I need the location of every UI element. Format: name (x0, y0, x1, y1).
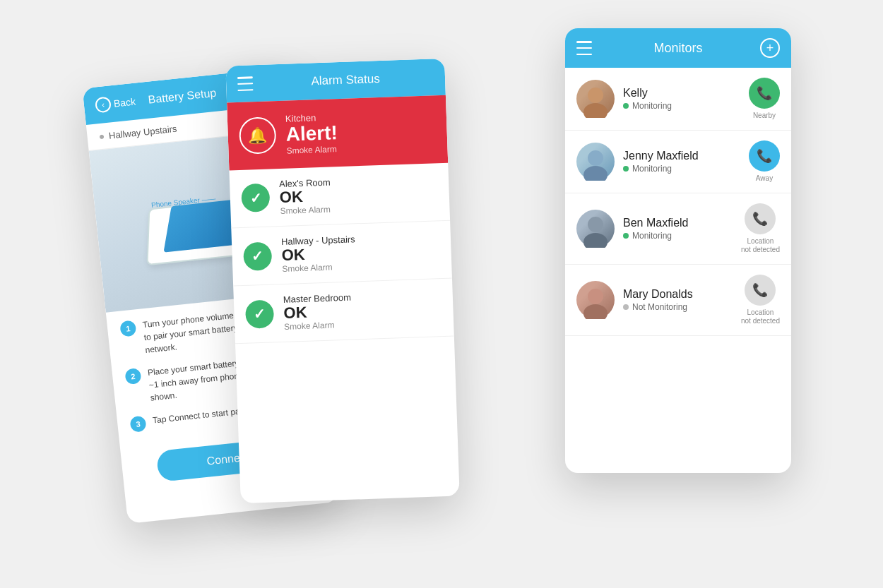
location-text: Hallway Upstairs (108, 123, 177, 140)
status-label-mary: Not Monitoring (632, 302, 687, 312)
monitor-name-jenny: Jenny Maxfield (623, 150, 740, 162)
rooms-list: ✓ Alex's Room OK Smoke Alarm ✓ Hallway -… (229, 162, 454, 344)
back-icon: ‹ (95, 96, 112, 113)
room-row-0: ✓ Alex's Room OK Smoke Alarm (229, 162, 450, 228)
menu-line-2 (237, 83, 253, 85)
monitors-header: Monitors + (565, 28, 791, 68)
monitor-status-mary: Not Monitoring (623, 302, 733, 312)
room-info-1: Hallway - Upstairs OK Smoke Alarm (281, 234, 357, 274)
status-dot-jenny (623, 166, 629, 172)
svg-point-0 (588, 88, 603, 103)
monitors-title: Monitors (596, 41, 760, 56)
menu-icon[interactable] (237, 76, 258, 91)
status-dot-kelly (623, 103, 629, 109)
action-label-jenny: Away (756, 174, 773, 183)
call-button-jenny[interactable]: 📞 (749, 140, 780, 172)
call-button-ben[interactable]: 📞 (745, 203, 776, 234)
room-info-2: Master Bedroom OK Smoke Alarm (283, 292, 352, 332)
kelly-avatar-svg (576, 80, 615, 118)
alarm-title: Alarm Status (257, 70, 434, 90)
monitor-row-ben: Ben Maxfield Monitoring 📞 Location not d… (565, 193, 791, 265)
room-type-0: Smoke Alarm (280, 204, 331, 216)
status-label-ben: Monitoring (632, 231, 672, 241)
monitor-status-ben: Monitoring (623, 231, 733, 241)
location-icon: ● (98, 130, 105, 142)
phone-body (147, 199, 240, 265)
avatar-ben (576, 210, 615, 248)
monitor-info-kelly: Kelly Monitoring (623, 87, 740, 111)
action-label-ben: Location not detected (741, 237, 780, 254)
monitors-menu-icon[interactable] (576, 41, 596, 55)
room-row-2: ✓ Master Bedroom OK Smoke Alarm (233, 279, 454, 344)
call-button-kelly[interactable]: 📞 (749, 78, 780, 109)
monitor-row-kelly: Kelly Monitoring 📞 Nearby (565, 68, 791, 131)
room-status-0: OK (279, 187, 331, 206)
back-button[interactable]: ‹ Back (95, 94, 136, 114)
alert-text: Kitchen Alert! Smoke Alarm (285, 112, 338, 155)
svg-point-5 (583, 233, 608, 248)
ok-circle-2: ✓ (245, 299, 274, 328)
back-label: Back (113, 96, 136, 109)
scene: ‹ Back Battery Setup ● Hallway Upstairs … (0, 0, 883, 588)
room-status-2: OK (283, 303, 352, 323)
monitors-list: Kelly Monitoring 📞 Nearby (565, 68, 791, 336)
monitors-menu-line-2 (576, 47, 592, 49)
card-alarm: Alarm Status 🔔 Kitchen Alert! Smoke Alar… (225, 59, 459, 503)
monitor-action-ben: 📞 Location not detected (741, 203, 780, 254)
avatar-mary (576, 281, 615, 319)
menu-line-1 (237, 76, 253, 78)
monitor-info-ben: Ben Maxfield Monitoring (623, 217, 733, 241)
alert-type: Smoke Alarm (286, 144, 338, 156)
monitor-action-mary: 📞 Location not detected (741, 275, 780, 325)
monitor-status-kelly: Monitoring (623, 101, 740, 111)
room-type-1: Smoke Alarm (282, 261, 356, 274)
bell-icon: 🔔 (248, 126, 268, 145)
alert-bell: 🔔 (239, 116, 277, 155)
add-monitor-button[interactable]: + (760, 38, 780, 58)
status-dot-ben (623, 233, 629, 239)
monitors-menu-line-3 (576, 54, 592, 56)
avatar-kelly (576, 80, 615, 118)
mary-avatar-svg (576, 281, 615, 319)
svg-point-7 (583, 304, 608, 319)
room-row-1: ✓ Hallway - Upstairs OK Smoke Alarm (231, 221, 452, 287)
status-dot-mary (623, 304, 629, 310)
action-label-mary: Location not detected (741, 308, 780, 325)
monitor-info-mary: Mary Donalds Not Monitoring (623, 288, 733, 312)
monitor-row-mary: Mary Donalds Not Monitoring 📞 Location n… (565, 265, 791, 336)
monitor-name-ben: Ben Maxfield (623, 217, 733, 229)
svg-point-2 (588, 150, 603, 166)
alert-section: 🔔 Kitchen Alert! Smoke Alarm (227, 95, 448, 171)
monitor-status-jenny: Monitoring (623, 164, 740, 174)
monitor-info-jenny: Jenny Maxfield Monitoring (623, 150, 740, 174)
svg-point-3 (583, 166, 608, 181)
jenny-avatar-svg (576, 143, 615, 181)
step-num-2: 2 (124, 368, 141, 385)
step-num-3: 3 (129, 416, 146, 433)
ok-circle-0: ✓ (241, 184, 270, 212)
svg-point-6 (588, 289, 603, 304)
room-type-2: Smoke Alarm (284, 320, 352, 332)
step-num-1: 1 (119, 320, 136, 337)
card-monitors: Monitors + Kelly Monitoring (565, 28, 791, 473)
avatar-jenny (576, 143, 615, 181)
menu-line-3 (237, 89, 253, 91)
check-icon-2: ✓ (254, 306, 266, 323)
status-label-jenny: Monitoring (632, 164, 672, 174)
status-label-kelly: Monitoring (632, 101, 672, 111)
monitor-name-kelly: Kelly (623, 87, 740, 100)
alert-room: Kitchen (285, 112, 338, 124)
monitor-action-kelly: 📞 Nearby (749, 78, 780, 120)
monitor-row-jenny: Jenny Maxfield Monitoring 📞 Away (565, 131, 791, 193)
svg-point-4 (588, 217, 603, 232)
call-button-mary[interactable]: 📞 (745, 275, 776, 306)
alert-word: Alert! (285, 122, 338, 145)
battery-title: Battery Setup (148, 87, 217, 107)
monitors-menu-line-1 (576, 41, 592, 43)
monitor-action-jenny: 📞 Away (749, 140, 780, 183)
svg-point-1 (583, 103, 608, 118)
room-info-0: Alex's Room OK Smoke Alarm (279, 176, 331, 216)
monitor-name-mary: Mary Donalds (623, 288, 733, 301)
action-label-kelly: Nearby (753, 112, 776, 120)
room-name-0: Alex's Room (279, 176, 331, 189)
